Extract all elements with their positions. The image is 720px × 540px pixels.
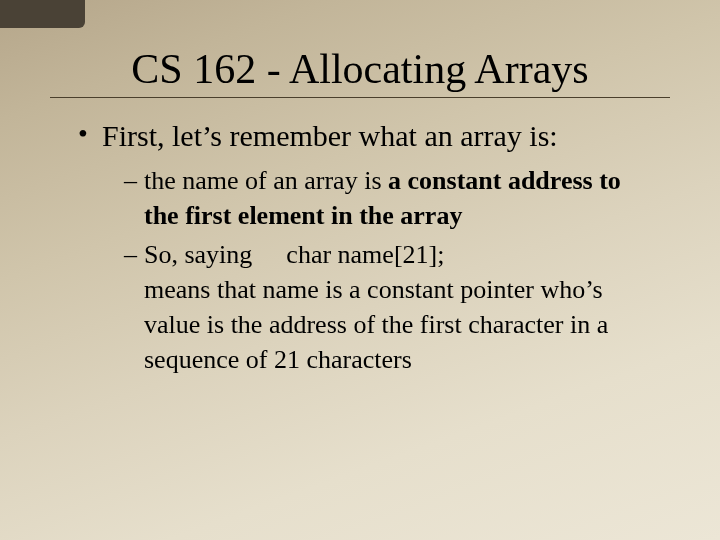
sub2-code: char name[21]; [286,240,444,269]
sub2-pre: So, saying [144,240,252,269]
bullet-item: First, let’s remember what an array is: … [78,116,660,378]
bullet-list: First, let’s remember what an array is: … [50,116,670,378]
sub-item-2: So, sayingchar name[21]; means that name… [124,237,660,377]
sub-list: the name of an array is a constant addre… [102,163,660,378]
slide: CS 162 - Allocating Arrays First, let’s … [0,0,720,540]
slide-title: CS 162 - Allocating Arrays [50,45,670,93]
title-underline [50,97,670,98]
bullet-text: First, let’s remember what an array is: [102,119,558,152]
sub1-pre: the name of an array is [144,166,388,195]
sub2-rest: means that name is a constant pointer wh… [144,272,660,377]
sub-item-1: the name of an array is a constant addre… [124,163,660,233]
